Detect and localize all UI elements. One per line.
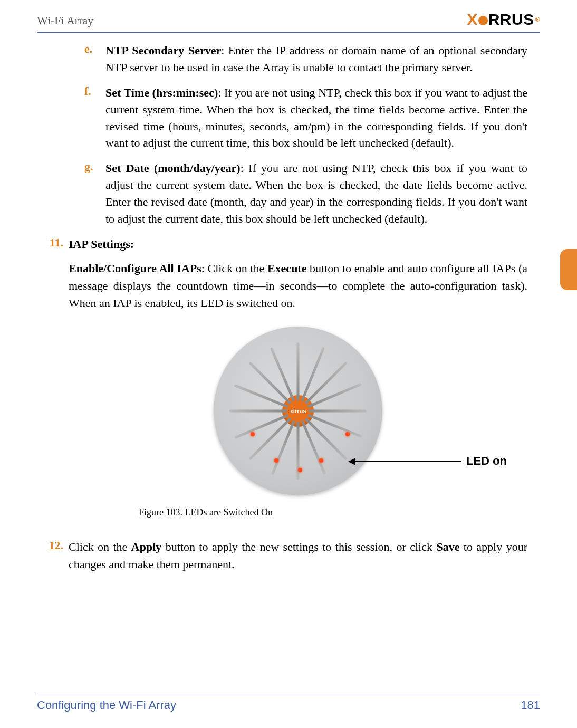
sub-item-g: g. Set Date (month/day/year): If you are… [84,160,527,227]
item-12: 12. Click on the Apply button to apply t… [69,539,527,573]
footer-page-number: 181 [521,698,540,712]
figure-caption: Figure 103. LEDs are Switched On [69,505,343,520]
item-11: 11. IAP Settings: Enable/Configure All I… [69,236,527,516]
callout-label: LED on [466,454,507,468]
sub-list: e. NTP Secondary Server: Enter the IP ad… [84,42,527,227]
led-indicator [319,458,323,463]
content-area: e. NTP Secondary Server: Enter the IP ad… [69,42,527,579]
sub-body: Set Date (month/day/year): If you are no… [105,160,527,227]
callout-line [353,461,461,462]
item-marker: 12. [40,539,69,573]
item-body: IAP Settings: Enable/Configure All IAPs:… [69,236,527,516]
sub-item-e: e. NTP Secondary Server: Enter the IP ad… [84,42,527,76]
brand-logo: XRRUS® [467,11,540,28]
item-body: Click on the Apply button to apply the n… [69,539,527,573]
side-tab [560,249,577,290]
device-image: xirrus [214,327,382,495]
sub-marker: g. [84,160,105,227]
sub-body: Set Time (hrs:min:sec): If you are not u… [105,84,527,152]
item-marker: 11. [40,236,69,516]
page-footer: Configuring the Wi-Fi Array 181 [37,695,540,712]
page-header: Wi-Fi Array XRRUS® [37,7,540,33]
sub-marker: f. [84,84,105,152]
sub-item-f: f. Set Time (hrs:min:sec): If you are no… [84,84,527,152]
header-title: Wi-Fi Array [37,14,93,27]
footer-section: Configuring the Wi-Fi Array [37,698,176,712]
sub-body: NTP Secondary Server: Enter the IP addre… [105,42,527,76]
sub-marker: e. [84,42,105,76]
figure-103: xirrus [69,327,527,516]
